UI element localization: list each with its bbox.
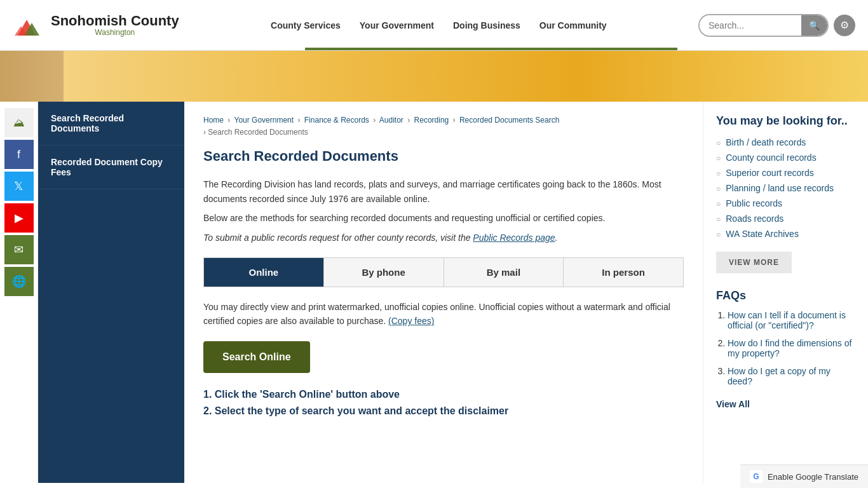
body-paragraph-2: Below are the methods for searching reco… (203, 211, 684, 225)
left-nav: Search Recorded Documents Recorded Docum… (38, 102, 184, 483)
google-translate-bar[interactable]: G Enable Google Translate (740, 464, 868, 483)
step-1-heading: 1. Click the 'Search Online' button abov… (203, 389, 684, 400)
logo-area: Snohomish County Washington (13, 13, 179, 37)
main-container: ⛰ f 𝕏 ▶ ✉ 🌐 Search Recorded Documents Re… (0, 102, 868, 483)
breadcrumb-your-government[interactable]: Your Government (234, 116, 294, 125)
twitter-icon[interactable]: 𝕏 (4, 172, 34, 201)
breadcrumb-recording[interactable]: Recording (414, 116, 449, 125)
google-icon: G (750, 470, 763, 483)
search-box: 🔍 (698, 14, 829, 37)
header: Snohomish County Washington County Servi… (0, 0, 868, 51)
hero-banner (0, 51, 868, 102)
looking-for-heading: You may be looking for.. (716, 114, 855, 128)
search-input[interactable] (700, 15, 801, 36)
breadcrumb: Home › Your Government › Finance & Recor… (203, 114, 684, 139)
link-roads[interactable]: Roads records (726, 214, 783, 224)
logo-text: Snohomish County Washington (51, 13, 179, 37)
faq-item-1: How can I tell if a document is official… (728, 310, 855, 330)
body-paragraph-3: To submit a public records request for o… (203, 231, 684, 245)
list-item-superior-court: Superior court records (716, 168, 855, 178)
public-records-link[interactable]: Public Records page (473, 233, 555, 243)
step-2-heading: 2. Select the type of search you want an… (203, 405, 684, 417)
main-nav: County Services Your Government Doing Bu… (271, 20, 607, 30)
social-sidebar: ⛰ f 𝕏 ▶ ✉ 🌐 (0, 102, 38, 483)
link-planning[interactable]: Planning / land use records (726, 183, 834, 193)
list-item-public-records: Public records (716, 198, 855, 208)
tab-in-person[interactable]: In person (564, 258, 683, 287)
globe-icon[interactable]: 🌐 (4, 267, 34, 296)
breadcrumb-recorded-docs-search[interactable]: Recorded Documents Search (459, 116, 559, 125)
hero-lighthouse (0, 51, 64, 102)
tab-by-mail[interactable]: By mail (444, 258, 564, 287)
breadcrumb-auditor[interactable]: Auditor (379, 116, 403, 125)
email-icon[interactable]: ✉ (4, 235, 34, 264)
settings-button[interactable]: ⚙ (834, 15, 855, 36)
page-title: Search Recorded Documents (203, 148, 684, 165)
nav-underline (305, 48, 677, 50)
nav-our-community[interactable]: Our Community (539, 20, 607, 30)
mountain-icon[interactable]: ⛰ (4, 108, 34, 137)
logo-icon (13, 13, 44, 37)
faq-list: How can I tell if a document is official… (716, 310, 855, 386)
youtube-icon[interactable]: ▶ (4, 203, 34, 233)
faq-item-3: How do I get a copy of my deed? (728, 366, 855, 386)
breadcrumb-finance-records[interactable]: Finance & Records (304, 116, 369, 125)
link-birth-death[interactable]: Birth / death records (726, 137, 806, 147)
list-item-county-council: County council records (716, 152, 855, 163)
google-translate-label: Enable Google Translate (768, 472, 858, 482)
list-item-birth-death: Birth / death records (716, 137, 855, 147)
list-item-wa-archives: WA State Archives (716, 229, 855, 239)
copy-fees-link[interactable]: (Copy fees) (388, 316, 434, 326)
search-online-button[interactable]: Search Online (203, 341, 310, 373)
search-tabs: Online By phone By mail In person (203, 257, 684, 287)
tab-by-phone[interactable]: By phone (324, 258, 444, 287)
faq-heading: FAQs (716, 289, 855, 302)
search-area: 🔍 ⚙ (698, 14, 855, 37)
left-nav-search-recorded[interactable]: Search Recorded Documents (38, 102, 184, 146)
county-name: Snohomish County (51, 13, 179, 29)
list-item-roads: Roads records (716, 214, 855, 224)
faq-link-3[interactable]: How do I get a copy of my deed? (728, 366, 831, 386)
link-superior-court[interactable]: Superior court records (726, 168, 814, 178)
link-wa-archives[interactable]: WA State Archives (726, 229, 799, 239)
faq-link-1[interactable]: How can I tell if a document is official… (728, 310, 846, 330)
looking-for-list: Birth / death records County council rec… (716, 137, 855, 239)
view-more-button[interactable]: VIEW MORE (716, 252, 792, 273)
body-paragraph-1: The Recording Division has land records,… (203, 177, 684, 206)
left-nav-copy-fees[interactable]: Recorded Document Copy Fees (38, 146, 184, 189)
list-item-planning: Planning / land use records (716, 183, 855, 193)
nav-your-government[interactable]: Your Government (360, 20, 434, 30)
tab-online[interactable]: Online (204, 258, 324, 287)
tab-content-online: You may directly view and print watermar… (203, 300, 684, 329)
faq-link-2[interactable]: How do I find the dimensions of my prope… (728, 338, 851, 358)
faq-item-2: How do I find the dimensions of my prope… (728, 338, 855, 358)
view-all-link[interactable]: View All (716, 399, 855, 409)
nav-doing-business[interactable]: Doing Business (453, 20, 520, 30)
facebook-icon[interactable]: f (4, 140, 34, 169)
search-button[interactable]: 🔍 (801, 15, 827, 36)
nav-county-services[interactable]: County Services (271, 20, 341, 30)
breadcrumb-current: Search Recorded Documents (208, 128, 308, 137)
content-area: Home › Your Government › Finance & Recor… (184, 102, 703, 483)
link-public-records[interactable]: Public records (726, 198, 782, 208)
right-sidebar: You may be looking for.. Birth / death r… (703, 102, 868, 483)
link-county-council[interactable]: County council records (726, 152, 816, 163)
state-name: Washington (51, 29, 179, 37)
breadcrumb-home[interactable]: Home (203, 116, 224, 125)
